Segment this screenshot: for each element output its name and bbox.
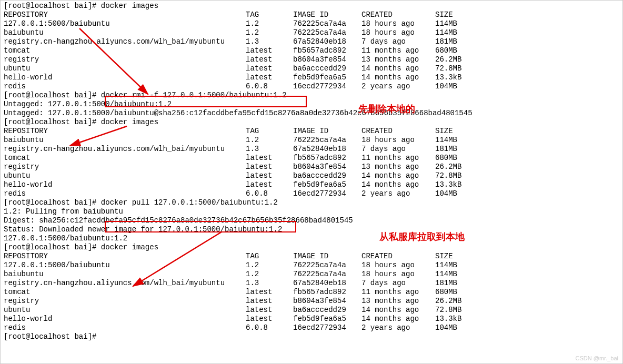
prompt-line: [root@localhost bai]# docker images	[4, 118, 619, 127]
table-row: ubuntulatestba6acccedd2914 months ago72.…	[4, 64, 619, 73]
table-row: hello-worldlatestfeb5d9fea6a514 months a…	[4, 180, 619, 189]
table-header: REPOSITORYTAGIMAGE IDCREATEDSIZE	[4, 252, 619, 261]
table-row: registry.cn-hangzhou.aliyuncs.com/wlh_ba…	[4, 37, 619, 46]
table-row: tomcatlatestfb5657adc89211 months ago680…	[4, 288, 619, 297]
prompt-line: [root@localhost bai]#	[4, 332, 619, 341]
output-line: 1.2: Pulling from baiubuntu	[4, 207, 619, 216]
prompt-line: [root@localhost bai]# docker images	[4, 243, 619, 252]
table-header: REPOSITORYTAGIMAGE IDCREATEDSIZE	[4, 11, 619, 19]
table-row: tomcatlatestfb5657adc89211 months ago680…	[4, 154, 619, 163]
table-row: redis6.0.816ecd27729342 years ago104MB	[4, 323, 619, 332]
watermark: CSDN @mr._bai	[576, 355, 618, 361]
terminal-output[interactable]: [root@localhost bai]# docker images REPO…	[1, 1, 622, 342]
table-row: ubuntulatestba6acccedd2914 months ago72.…	[4, 306, 619, 315]
table-row: registry.cn-hangzhou.aliyuncs.com/wlh_ba…	[4, 145, 619, 154]
command: docker images	[101, 118, 158, 126]
command: docker rmi -f 127.0.0.1:5000/baiubuntu:1…	[101, 91, 287, 99]
output-line: Untagged: 127.0.0.1:5000/baiubuntu@sha25…	[4, 109, 619, 118]
table-row: hello-worldlatestfeb5d9fea6a514 months a…	[4, 315, 619, 323]
table-row: hello-worldlatestfeb5d9fea6a514 months a…	[4, 73, 619, 82]
table-row: baiubuntu1.2762225ca7a4a18 hours ago114M…	[4, 28, 619, 37]
output-line: 127.0.0.1:5000/baiubuntu:1.2	[4, 234, 619, 243]
command: docker pull 127.0.0.1:5000/baiubuntu:1.2	[101, 198, 278, 207]
command: docker images	[101, 243, 158, 251]
table-row: registry.cn-hangzhou.aliyuncs.com/wlh_ba…	[4, 279, 619, 288]
table-row: tomcatlatestfb5657adc89211 months ago680…	[4, 46, 619, 55]
prompt-line: [root@localhost bai]# docker pull 127.0.…	[4, 198, 619, 207]
table-row: redis6.0.816ecd27729342 years ago104MB	[4, 189, 619, 198]
output-line: Status: Downloaded newer image for 127.0…	[4, 225, 619, 234]
table-row: registrylatestb8604a3fe85413 months ago2…	[4, 55, 619, 64]
prompt-line: [root@localhost bai]# docker images	[4, 2, 619, 11]
table-header: REPOSITORYTAGIMAGE IDCREATEDSIZE	[4, 127, 619, 136]
table-row: 127.0.0.1:5000/baiubuntu1.2762225ca7a4a1…	[4, 261, 619, 270]
table-row: ubuntulatestba6acccedd2914 months ago72.…	[4, 171, 619, 180]
table-row: registrylatestb8604a3fe85413 months ago2…	[4, 297, 619, 306]
output-line: Digest: sha256:c12facddbefa95cfd15c8276a…	[4, 216, 619, 225]
table-row: baiubuntu1.2762225ca7a4a18 hours ago114M…	[4, 136, 619, 145]
table-row: baiubuntu1.2762225ca7a4a18 hours ago114M…	[4, 270, 619, 279]
table-row: 127.0.0.1:5000/baiubuntu1.2762225ca7a4a1…	[4, 19, 619, 28]
table-row: registrylatestb8604a3fe85413 months ago2…	[4, 163, 619, 171]
command: docker images	[101, 2, 158, 10]
output-line: Untagged: 127.0.0.1:5000/baiubuntu:1.2	[4, 100, 619, 109]
table-row: redis6.0.816ecd27729342 years ago104MB	[4, 82, 619, 91]
prompt-line: [root@localhost bai]# docker rmi -f 127.…	[4, 91, 619, 100]
